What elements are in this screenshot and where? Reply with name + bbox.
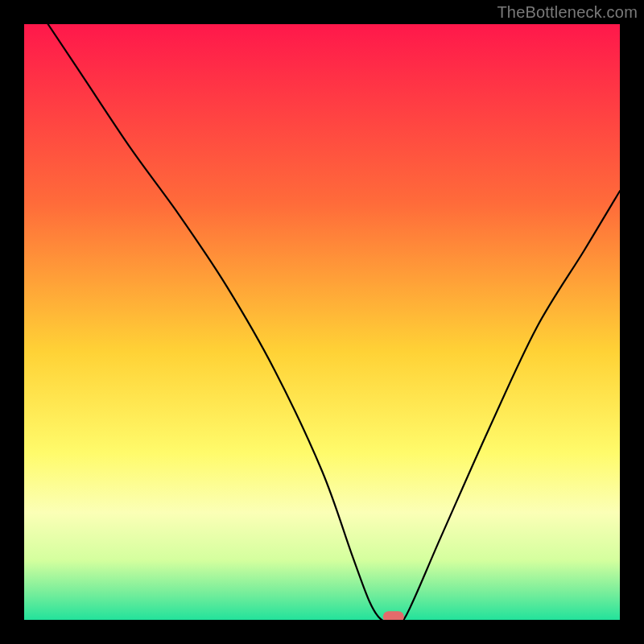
bottleneck-chart xyxy=(0,0,644,644)
watermark-text: TheBottleneck.com xyxy=(497,3,638,22)
optimal-marker xyxy=(383,611,404,622)
gradient-background xyxy=(24,24,620,620)
chart-container: { "watermark": "TheBottleneck.com", "cha… xyxy=(0,0,644,644)
